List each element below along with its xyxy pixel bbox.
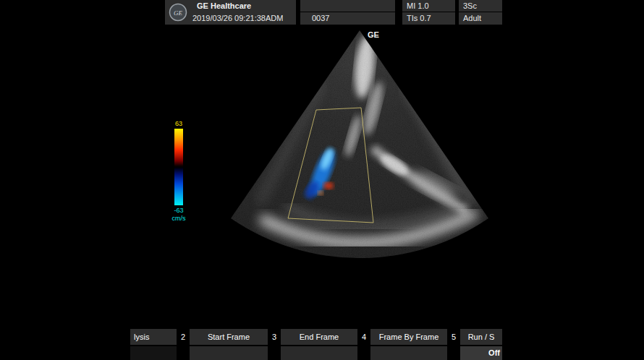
softkey-start-frame-label: Start Frame (208, 333, 250, 341)
softkey-run-stop-label: Run / S (468, 333, 495, 341)
ultrasound-screen: { "header": { "logo": "GE", "brand": "GE… (0, 0, 644, 360)
softkey-end-frame[interactable]: End Frame (281, 329, 357, 345)
softkey-sub-start-frame (190, 346, 268, 360)
datetime-label: 2019/03/26 09:21:38ADM (192, 12, 283, 25)
header-patient-bank: GE GE Healthcare 2019/03/26 09:21:38ADM (165, 0, 296, 25)
colorbar-max-label: 63 (169, 120, 188, 127)
tissue-structures (217, 22, 507, 267)
softkey-frame-by-frame-label: Frame By Frame (379, 333, 439, 341)
mi-label: MI 1.0 (402, 0, 455, 12)
colorbar-min-label: -63 (169, 207, 188, 214)
header-counter-block: 0037 (300, 0, 395, 25)
softkey-sub-analysis (130, 346, 177, 360)
softkey-number-4: 4 (357, 329, 370, 345)
brand-label: GE Healthcare (192, 0, 283, 12)
softkey-frame-by-frame[interactable]: Frame By Frame (370, 329, 447, 345)
header-acoustic-block: MI 1.0 TIs 0.7 (402, 0, 455, 25)
header-probe-block: 3Sc Adult (459, 0, 502, 25)
patient-type-label: Adult (459, 12, 502, 25)
softkey-analysis-label: lysis (134, 333, 149, 341)
svg-text:GE: GE (174, 9, 182, 17)
tis-label: TIs 0.7 (402, 12, 455, 25)
softkey-start-frame[interactable]: Start Frame (190, 329, 268, 345)
vendor-watermark: GE (368, 30, 379, 39)
run-stop-state: Off (460, 346, 502, 360)
image-counter: 0037 (300, 12, 395, 25)
ge-logo-icon: GE (169, 3, 187, 22)
softkey-analysis[interactable]: lysis (130, 329, 180, 345)
header-counter-empty (300, 0, 395, 12)
softkey-end-frame-label: End Frame (300, 333, 339, 341)
softkey-sub-end-frame (281, 346, 357, 360)
softkey-number-5: 5 (447, 329, 460, 345)
probe-label: 3Sc (459, 0, 502, 12)
softkey-sub-frame-by-frame (370, 346, 447, 360)
ultrasound-image: GE (0, 0, 644, 360)
softkey-number-2: 2 (177, 329, 190, 345)
softkey-run-stop[interactable]: Run / S (460, 329, 502, 345)
softkey-number-3: 3 (268, 329, 281, 345)
color-scale-bar (174, 129, 183, 205)
colorbar-unit-label: cm/s (169, 215, 188, 222)
